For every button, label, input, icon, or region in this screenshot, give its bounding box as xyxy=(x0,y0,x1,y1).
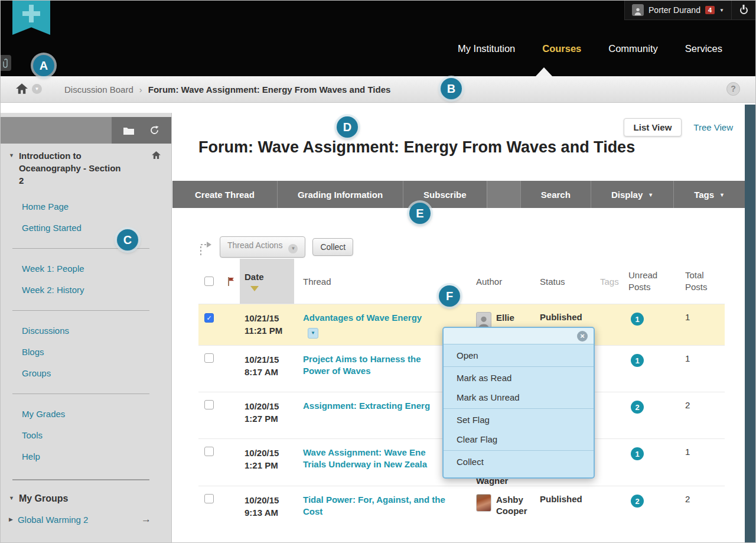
check-icon: ✓ xyxy=(205,314,213,323)
grading-information-button[interactable]: Grading Information xyxy=(277,181,403,208)
flag-cell xyxy=(222,392,240,438)
date-header-label: Date xyxy=(245,272,264,282)
expand-arrow-icon[interactable]: ▶ xyxy=(9,513,13,525)
header-checkbox-cell xyxy=(198,259,222,304)
breadcrumb-link-discussion-board[interactable]: Discussion Board xyxy=(64,84,133,95)
column-header-tags: Tags xyxy=(593,259,621,304)
tags-cell xyxy=(593,304,621,345)
date-cell: 10/20/159:13 AM xyxy=(240,486,294,532)
menu-group-weeks: Week 1: People Week 2: History xyxy=(8,258,161,301)
menu-item-mark-as-unread[interactable]: Mark as Unread xyxy=(444,388,594,407)
row-checkbox[interactable] xyxy=(204,353,214,363)
sidebar-item-home-page[interactable]: Home Page xyxy=(22,201,69,212)
row-checkbox[interactable] xyxy=(204,494,214,503)
top-navigation-bar: Porter Durand 4 ▼ My Institution Courses… xyxy=(1,1,755,76)
list-item: Groups xyxy=(22,363,161,384)
action-bar-spacer xyxy=(487,181,520,208)
unread-cell: 2 xyxy=(621,392,678,438)
sidebar-item-my-grades[interactable]: My Grades xyxy=(22,409,65,419)
thread-context-menu-button[interactable]: ▼ xyxy=(308,328,318,339)
open-menu-in-window-button[interactable] xyxy=(120,122,138,139)
menu-item-clear-flag[interactable]: Clear Flag xyxy=(444,430,594,449)
menu-item-collect[interactable]: Collect xyxy=(444,452,594,472)
select-all-arrow-icon xyxy=(198,240,213,259)
sidebar-item-help[interactable]: Help xyxy=(22,451,40,461)
list-item: Week 2: History xyxy=(22,279,161,301)
tab-courses[interactable]: Courses xyxy=(542,43,581,54)
breadcrumb-home[interactable]: ▼ xyxy=(16,83,42,94)
checkbox-cell xyxy=(198,346,222,392)
display-menu-button[interactable]: Display▼ xyxy=(591,181,673,208)
display-label: Display xyxy=(611,190,643,200)
menu-item-set-flag[interactable]: Set Flag xyxy=(444,410,594,430)
row-checkbox[interactable] xyxy=(204,447,214,456)
menu-group-course: Home Page Getting Started xyxy=(8,196,161,239)
sidebar-item-week-2-history[interactable]: Week 2: History xyxy=(22,285,84,295)
power-icon xyxy=(740,6,748,14)
menu-item-open[interactable]: Open xyxy=(444,346,594,365)
blackboard-screen: Porter Durand 4 ▼ My Institution Courses… xyxy=(0,0,756,543)
thread-actions-button[interactable]: Thread Actions▼ xyxy=(220,236,305,258)
course-menu-toolbar-buttons xyxy=(112,117,171,144)
list-item: Tools xyxy=(22,425,161,446)
view-toggle: List View Tree View xyxy=(624,118,733,136)
active-tab-pointer xyxy=(536,67,552,76)
page-title: Forum: Wave Assignment: Energy From Wave… xyxy=(198,138,635,157)
home-icon xyxy=(16,83,28,94)
course-menu-toolbar xyxy=(1,117,171,144)
collapse-arrow-icon[interactable]: ▼ xyxy=(9,149,14,187)
header-flag-cell xyxy=(222,259,240,304)
sidebar-item-discussions[interactable]: Discussions xyxy=(22,326,69,336)
tags-label: Tags xyxy=(694,190,714,200)
logout-button[interactable] xyxy=(731,1,755,20)
action-bar: Create Thread Grading Information Subscr… xyxy=(172,181,745,208)
tab-my-institution[interactable]: My Institution xyxy=(458,43,515,54)
tab-community[interactable]: Community xyxy=(608,43,657,54)
sidebar-item-tools[interactable]: Tools xyxy=(22,430,43,440)
row-checkbox[interactable]: ✓ xyxy=(204,313,214,323)
add-tool-tab[interactable] xyxy=(12,1,50,35)
sidebar-item-groups[interactable]: Groups xyxy=(22,368,51,378)
column-header-date[interactable]: Date xyxy=(240,259,294,304)
flag-cell xyxy=(222,486,240,532)
unread-count-badge[interactable]: 1 xyxy=(631,447,644,460)
create-thread-button[interactable]: Create Thread xyxy=(172,181,277,208)
my-groups-header[interactable]: ▼ My Groups xyxy=(8,492,161,505)
thread-link[interactable]: Advantages of Wave Energy xyxy=(303,313,422,323)
sidebar-item-blogs[interactable]: Blogs xyxy=(22,347,44,357)
annotation-circle-c: C xyxy=(117,229,138,251)
divider xyxy=(444,450,594,451)
thread-link[interactable]: Tidal Power: For, Against, and theCost xyxy=(303,495,468,518)
date-cell: 10/20/151:21 PM xyxy=(240,439,294,486)
unread-count-badge[interactable]: 1 xyxy=(631,354,644,367)
course-home-icon[interactable] xyxy=(152,151,161,187)
tags-menu-button[interactable]: Tags▼ xyxy=(673,181,745,208)
unread-cell: 2 xyxy=(621,486,678,532)
refresh-button[interactable] xyxy=(145,122,163,139)
paperclip-icon xyxy=(3,58,9,69)
sidebar-item-week-1-people[interactable]: Week 1: People xyxy=(22,264,84,274)
search-button[interactable]: Search xyxy=(520,181,591,208)
row-checkbox[interactable] xyxy=(204,400,214,409)
chevron-down-icon: ▼ xyxy=(288,244,298,253)
primary-tabs: My Institution Courses Community Service… xyxy=(458,43,722,54)
user-menu[interactable]: Porter Durand 4 ▼ xyxy=(624,1,731,20)
chevron-down-icon[interactable]: ▼ xyxy=(32,84,42,94)
collect-button[interactable]: Collect xyxy=(312,238,353,256)
unread-count-badge[interactable]: 2 xyxy=(631,495,644,508)
select-all-checkbox[interactable] xyxy=(204,277,214,286)
list-view-tab[interactable]: List View xyxy=(624,118,682,136)
paperclip-tab[interactable] xyxy=(1,55,11,71)
menu-item-mark-as-read[interactable]: Mark as Read xyxy=(444,368,594,388)
help-button[interactable]: ? xyxy=(726,82,740,96)
tree-view-tab[interactable]: Tree View xyxy=(693,122,733,132)
tab-services[interactable]: Services xyxy=(685,43,722,54)
unread-count-badge[interactable]: 2 xyxy=(631,401,644,414)
unread-count-badge[interactable]: 1 xyxy=(631,313,644,326)
sidebar-item-getting-started[interactable]: Getting Started xyxy=(22,223,82,233)
column-header-unread-posts: Unread Posts xyxy=(621,259,678,304)
list-item: Getting Started xyxy=(22,217,161,239)
thread-link[interactable]: Assignment: Extracting Energ xyxy=(303,401,430,411)
close-icon[interactable]: × xyxy=(577,331,588,342)
sidebar-item-global-warming-2[interactable]: Global Warming 2 xyxy=(18,515,89,525)
